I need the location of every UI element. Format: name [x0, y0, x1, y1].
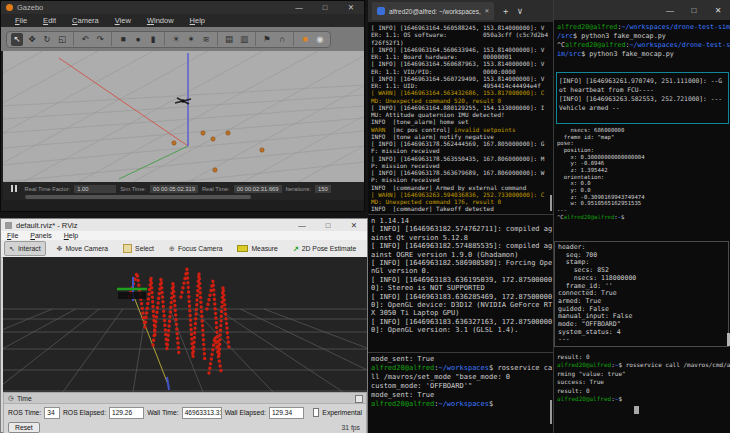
- menu-camera[interactable]: Camera: [72, 16, 99, 25]
- heartbeat-status-box[interactable]: [INFO] [1646963261.970749, 251.111000]: …: [556, 72, 729, 124]
- new-tab-button[interactable]: +: [503, 6, 508, 16]
- menu-panels[interactable]: Panels: [30, 232, 51, 239]
- terminal-line: frame_id: "map": [557, 134, 730, 141]
- reset-button[interactable]: Reset: [8, 422, 40, 433]
- rviz-log-pane[interactable]: n 1.14.14[ INFO] [1646963182.574762711]:…: [368, 217, 553, 351]
- gazebo-3d-viewport[interactable]: [3, 51, 364, 182]
- minimize-button[interactable]: —: [286, 3, 312, 12]
- panel-dock-icon[interactable]: [355, 395, 363, 403]
- terminal-tab[interactable]: alfred20@alfred: ~/workspaces, ✕: [372, 2, 494, 20]
- shell-tab-icon: [377, 7, 385, 15]
- tool-move-camera[interactable]: ✥ Move Camera: [53, 242, 113, 255]
- tool-select[interactable]: Select: [119, 242, 158, 255]
- sphere-icon[interactable]: ●: [132, 33, 144, 46]
- maximize-button[interactable]: □: [312, 3, 338, 12]
- tool-label: Focus Camera: [178, 245, 223, 252]
- terminal-line: z: -0.3090169943749474: [557, 194, 730, 201]
- wall-time-field[interactable]: 46963313.31: [182, 407, 222, 419]
- terminal-line: im/src$ python3 fake_mocap.py: [557, 50, 730, 59]
- ros-elapsed-field[interactable]: 129.26: [109, 407, 144, 419]
- time-panel-header[interactable]: ◷ Time: [4, 393, 366, 404]
- mocap-shell-pane[interactable]: alfred20@alfred:~/workspaces/drone-test-…: [554, 23, 730, 71]
- tool-measure[interactable]: Measure: [233, 242, 281, 255]
- pause-button[interactable]: [11, 185, 17, 192]
- terminal-titlebar[interactable]: — □ ✕: [554, 0, 730, 20]
- wall-elapsed-label: Wall Elapsed:: [225, 409, 266, 416]
- menu-help[interactable]: Help: [190, 16, 205, 25]
- terminal-line: [ INFO] [1646963182.574762711]: compiled…: [371, 225, 553, 233]
- experimental-checkbox[interactable]: [313, 408, 319, 417]
- pane-divider[interactable]: [368, 352, 553, 353]
- menu-help[interactable]: Help: [64, 232, 78, 239]
- close-button[interactable]: ✕: [338, 3, 364, 12]
- terminal-line: [ INFO] [1646963164.560588245, 153.81400…: [371, 24, 553, 31]
- flag-icon[interactable]: ⚑: [261, 33, 273, 46]
- scale-icon[interactable]: ◱: [56, 33, 68, 46]
- terminal-line: MD: Unexpected command 176, result 0: [371, 198, 553, 205]
- rviz-scene: [3, 257, 367, 392]
- tab-title: alfred20@alfred: ~/workspaces,: [389, 8, 481, 15]
- terminal-line: alfred20@alfred:~/workspaces$: [371, 400, 553, 409]
- maximize-button[interactable]: □: [682, 6, 706, 15]
- gazebo-titlebar[interactable]: Gazebo — □ ✕: [1, 1, 364, 14]
- point-light-icon[interactable]: ☀: [170, 33, 182, 46]
- magnet-icon[interactable]: ∩: [276, 33, 288, 46]
- mavros-log-pane[interactable]: [ INFO] [1646963164.560588245, 153.81400…: [368, 24, 553, 214]
- arming-shell-pane[interactable]: result: 0alfred20@alfred:~$ rosservice c…: [554, 353, 730, 433]
- tool-interact[interactable]: ↖ Interact: [4, 241, 46, 256]
- tool-focus-camera[interactable]: ⊕ Focus Camera: [165, 242, 226, 255]
- terminal-line: INFO [tone_alarm] notify negative: [371, 133, 553, 140]
- tool-label: 2D Pose Estimate: [302, 245, 356, 252]
- terminal-line: [ WARN] [1646963164.563432686, 153.81700…: [371, 89, 553, 96]
- menu-edit[interactable]: Edit: [43, 16, 56, 25]
- directional-light-icon[interactable]: ≋: [200, 33, 212, 46]
- pose-echo-pane[interactable]: nsecs: 686000000 frame_id: "map"pose: po…: [554, 127, 730, 222]
- right-terminal-window: — □ ✕ alfred20@alfred:~/workspaces/drone…: [553, 0, 730, 433]
- select-arrow-icon[interactable]: ↖: [11, 33, 23, 46]
- spot-light-icon[interactable]: ✶: [185, 33, 197, 46]
- close-button[interactable]: ✕: [706, 6, 730, 15]
- maximize-button[interactable]: □: [315, 221, 341, 230]
- terminal-line: mode_sent: True: [371, 355, 553, 364]
- menu-window[interactable]: Window: [147, 16, 174, 25]
- menu-file[interactable]: File: [15, 16, 27, 25]
- rotate-icon[interactable]: ↻: [41, 33, 53, 46]
- box-icon[interactable]: ■: [117, 33, 129, 46]
- scrollbar-thumb[interactable]: [550, 195, 552, 211]
- close-tab-icon[interactable]: ✕: [485, 7, 489, 15]
- tab-dropdown-chevron[interactable]: ∨: [517, 6, 522, 16]
- terminal-line: seq: 700: [558, 252, 728, 260]
- rviz-3d-viewport[interactable]: [3, 257, 367, 392]
- translate-icon[interactable]: ✥: [26, 33, 38, 46]
- terminal-line: y: -0.0946: [557, 160, 730, 167]
- rtf-value: 1.00: [74, 185, 116, 193]
- shell-pane[interactable]: mode_sent: Truealfred20@alfred:~/workspa…: [368, 355, 553, 433]
- terminal-line: [ INFO] [1646963183.636285469, 172.87500…: [371, 293, 553, 301]
- time-panel-footer: Reset 31 fps: [8, 421, 360, 433]
- tool-2d-pose-estimate[interactable]: ↗ 2D Pose Estimate: [289, 242, 360, 255]
- terminal-line: ^Calfred20@alfred:~$: [557, 214, 730, 221]
- wall-elapsed-field[interactable]: 129.34: [269, 407, 304, 419]
- insert-model-icon[interactable]: ■: [299, 33, 311, 46]
- ros-time-field[interactable]: 34: [44, 407, 60, 419]
- pane-divider[interactable]: [368, 214, 553, 215]
- menu-view[interactable]: View: [115, 16, 131, 25]
- scrollbar-thumb[interactable]: [550, 400, 552, 424]
- terminal-line: 0]: OpenGL version: 3.1 (GLSL 1.4).: [371, 326, 553, 334]
- terminal-line: F: mission received: [371, 147, 553, 154]
- z-axis-marker: [167, 377, 169, 390]
- horizontal-scrollbar[interactable]: [25, 195, 251, 199]
- menu-file[interactable]: File: [7, 232, 18, 239]
- minimize-button[interactable]: —: [658, 6, 682, 15]
- screenshot-icon[interactable]: ◉: [314, 33, 326, 46]
- paste-icon[interactable]: ▥: [238, 33, 250, 46]
- terminal-line: result: 0: [557, 387, 730, 395]
- redo-icon[interactable]: ↷: [94, 33, 106, 46]
- close-button[interactable]: ✕: [341, 221, 367, 230]
- mavros-state-pane[interactable]: header: seq: 700 stamp: secs: 852 nsecs:…: [554, 241, 729, 347]
- copy-icon[interactable]: ▤: [223, 33, 235, 46]
- minimize-button[interactable]: —: [289, 221, 315, 230]
- tool-label: Interact: [18, 245, 41, 252]
- undo-icon[interactable]: ↶: [79, 33, 91, 46]
- cylinder-icon[interactable]: ▮: [147, 33, 159, 46]
